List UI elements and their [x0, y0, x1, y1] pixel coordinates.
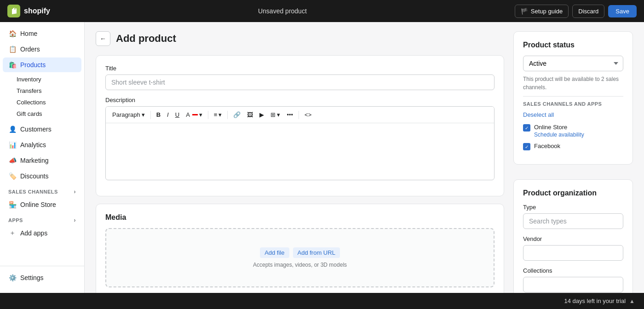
product-organization-title: Product organization [523, 189, 623, 197]
underline-button[interactable]: U [172, 109, 182, 120]
topbar-page-title: Unsaved product [258, 7, 307, 15]
video-button[interactable]: ▶ [257, 109, 267, 120]
status-select[interactable]: Active Draft [523, 56, 623, 71]
sidebar-item-discounts[interactable]: 🏷️ Discounts [3, 169, 81, 183]
sidebar-item-analytics[interactable]: 📊 Analytics [3, 137, 81, 152]
add-from-url-link[interactable]: Add from URL [293, 247, 340, 258]
table-dropdown-icon: ▾ [277, 111, 280, 118]
product-status-card: Product status Active Draft This product… [513, 31, 633, 165]
schedule-availability-link[interactable]: Schedule availability [534, 132, 584, 138]
sidebar-item-online-store[interactable]: 🏪 Online Store [3, 197, 81, 212]
analytics-icon: 📊 [8, 141, 17, 149]
title-input[interactable] [105, 74, 494, 90]
add-apps-icon: ＋ [8, 229, 17, 237]
home-icon: 🏠 [8, 29, 17, 38]
toolbar-sep-1 [150, 111, 151, 119]
shopify-logo-mark [7, 5, 20, 17]
italic-button[interactable]: I [164, 109, 172, 120]
sidebar-item-products[interactable]: 🛍️ Products [3, 57, 81, 72]
sidebar-item-home[interactable]: 🏠 Home [3, 26, 81, 41]
page-title: Add product [116, 33, 176, 45]
collections-label: Collections [523, 267, 623, 274]
sidebar-item-inventory[interactable]: Inventory [17, 74, 84, 85]
sales-channels-section-label: Sales channels › [0, 184, 84, 197]
trial-chevron-icon[interactable]: ▲ [629, 298, 635, 304]
main-content: ← Add product Title Description Paragrap… [85, 22, 644, 293]
sidebar-item-orders[interactable]: 📋 Orders [3, 42, 81, 57]
facebook-info: Facebook [534, 143, 623, 149]
apps-section-label: Apps › [0, 212, 84, 225]
sales-channels-label: SALES CHANNELS AND APPS [523, 101, 623, 107]
dropdown-arrow-icon: ▾ [142, 111, 145, 118]
media-hint: Accepts images, videos, or 3D models [253, 262, 347, 268]
sidebar-bottom: ⚙️ Settings [0, 266, 84, 289]
table-button[interactable]: ⊞ ▾ [268, 109, 283, 120]
online-store-name: Online Store [534, 124, 623, 131]
discard-button[interactable]: Discard [572, 5, 604, 18]
sales-channels-chevron[interactable]: › [74, 189, 76, 195]
sidebar-item-gift-cards[interactable]: Gift cards [17, 108, 84, 120]
media-title: Media [105, 213, 494, 222]
title-label: Title [105, 65, 494, 72]
channel-online-store: Online Store Schedule availability [523, 124, 623, 138]
sidebar-item-transfers[interactable]: Transfers [17, 85, 84, 97]
align-dropdown-icon: ▾ [218, 111, 222, 118]
setup-guide-button[interactable]: 🏴 Setup guide [515, 5, 569, 18]
sidebar-item-customers[interactable]: 👤 Customers [3, 122, 81, 137]
more-button[interactable]: ••• [284, 109, 296, 120]
media-dropzone[interactable]: Add file Add from URL Accepts images, vi… [105, 228, 494, 287]
sidebar-item-marketing[interactable]: 📣 Marketing [3, 153, 81, 168]
main-layout: 🏠 Home 📋 Orders 🛍️ Products Inventory Tr… [0, 22, 644, 293]
source-button[interactable]: <> [302, 109, 314, 120]
facebook-checkbox[interactable] [523, 143, 530, 150]
link-button[interactable]: 🔗 [230, 109, 243, 120]
trial-bar: 14 days left in your trial ▲ [0, 293, 644, 309]
type-label: Type [523, 204, 623, 211]
status-hint: This product will be available to 2 sale… [523, 75, 623, 92]
description-toolbar: Paragraph ▾ B I U A ▾ [105, 106, 494, 180]
sidebar-item-settings[interactable]: ⚙️ Settings [3, 270, 81, 285]
sidebar-item-collections[interactable]: Collections [17, 97, 84, 108]
sidebar: 🏠 Home 📋 Orders 🛍️ Products Inventory Tr… [0, 22, 85, 293]
save-button[interactable]: Save [608, 5, 637, 17]
description-textarea[interactable] [106, 123, 494, 178]
products-icon: 🛍️ [8, 61, 17, 69]
shopify-brand-name: shopify [24, 7, 50, 15]
page-header: ← Add product [96, 31, 504, 46]
align-button[interactable]: ≡ ▾ [211, 109, 225, 120]
vendor-input[interactable] [523, 245, 623, 261]
flag-icon: 🏴 [521, 8, 528, 15]
paragraph-dropdown[interactable]: Paragraph ▾ [109, 109, 148, 120]
settings-icon: ⚙️ [8, 274, 17, 282]
product-status-title: Product status [523, 41, 623, 49]
toolbar-sep-4 [299, 111, 299, 119]
right-panel: Product status Active Draft This product… [513, 31, 633, 293]
image-button[interactable]: 🖼 [244, 109, 256, 120]
description-field-group: Description Paragraph ▾ B I U [105, 97, 494, 180]
status-divider [523, 96, 623, 97]
type-input[interactable] [523, 213, 623, 229]
apps-chevron[interactable]: › [74, 217, 76, 223]
toolbar-sep-2 [208, 111, 208, 119]
media-card: Media Add file Add from URL Accepts imag… [96, 204, 504, 293]
bold-button[interactable]: B [154, 109, 163, 120]
channel-facebook: Facebook [523, 143, 623, 150]
deselect-all-link[interactable]: Deselect all [523, 111, 623, 118]
media-links: Add file Add from URL [260, 247, 340, 258]
online-store-info: Online Store Schedule availability [534, 124, 623, 138]
marketing-icon: 📣 [8, 156, 17, 165]
products-submenu: Inventory Transfers Collections Gift car… [0, 73, 84, 121]
sidebar-item-add-apps[interactable]: ＋ Add apps [3, 226, 81, 240]
add-file-link[interactable]: Add file [260, 247, 289, 258]
collections-input[interactable] [523, 277, 623, 292]
back-arrow-icon: ← [100, 35, 106, 42]
toolbar-row: Paragraph ▾ B I U A ▾ [106, 107, 494, 123]
title-description-card: Title Description Paragraph ▾ B [96, 55, 504, 196]
vendor-field-group: Vendor [523, 235, 623, 261]
text-color-button[interactable]: A ▾ [183, 109, 205, 120]
type-field-group: Type [523, 204, 623, 229]
color-dropdown-icon: ▾ [199, 111, 202, 118]
online-store-checkbox[interactable] [523, 124, 530, 132]
back-button[interactable]: ← [96, 31, 110, 46]
product-organization-card: Product organization Type Vendor Collect… [513, 179, 633, 293]
